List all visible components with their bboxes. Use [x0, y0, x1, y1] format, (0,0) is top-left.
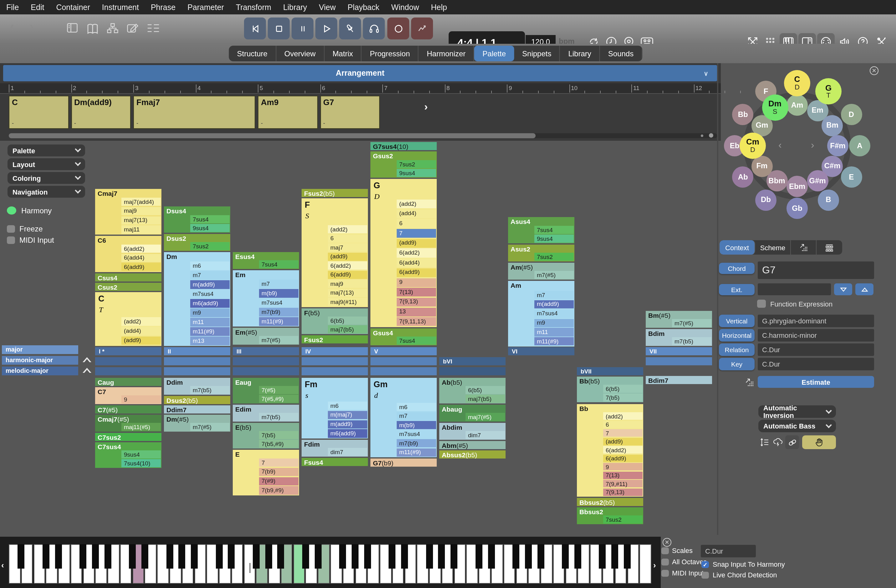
chord-variant-7(b5)[interactable]: 7(b5): [603, 393, 643, 401]
black-key-after-white-26[interactable]: [340, 544, 346, 568]
chord-variant-7(9,#11)[interactable]: 7(9,#11): [603, 480, 643, 487]
chord-variant-9sus4[interactable]: 9sus4: [397, 169, 436, 177]
chord-block-Abdim[interactable]: Abdimdim7: [439, 423, 506, 440]
white-key-51[interactable]: [640, 544, 651, 583]
ext-down-button[interactable]: [834, 283, 852, 295]
layout-dropdown[interactable]: Layout: [8, 158, 85, 170]
roman-row-bVI-2[interactable]: [439, 367, 506, 375]
chord-variant-maj7(#5)[interactable]: maj7(#5): [466, 413, 505, 420]
menu-item-file[interactable]: File: [6, 3, 19, 12]
relation-value-field[interactable]: C.Dur: [758, 343, 874, 356]
chord-variant-7[interactable]: 7: [603, 429, 643, 437]
chord-variant-m7sus4[interactable]: m7sus4: [190, 289, 230, 298]
black-key-after-white-49[interactable]: [624, 544, 631, 568]
black-key-after-white-13[interactable]: [179, 544, 186, 568]
black-key-after-white-0[interactable]: [18, 544, 25, 568]
chord-variant-m7[interactable]: m7: [259, 280, 299, 288]
chord-variant-m11(#9)[interactable]: m11(#9): [534, 337, 574, 346]
chord-variant-m6(add9)[interactable]: m6(add9): [328, 430, 367, 438]
circle-node-Ab[interactable]: Ab: [732, 166, 754, 188]
harmony-radio[interactable]: [7, 206, 16, 215]
roman-row-VII-1[interactable]: [646, 357, 712, 365]
record-button[interactable]: [387, 18, 409, 40]
ext-label-button[interactable]: Ext.: [719, 284, 754, 295]
roman-row-bVII-2[interactable]: bVII: [577, 367, 643, 375]
chord-block-Asus2[interactable]: Asus27sus2: [508, 245, 574, 262]
ext-up-button[interactable]: [855, 283, 873, 295]
circle-prev-chevron[interactable]: ‹: [779, 140, 782, 151]
horizontal-label-button[interactable]: Horizontal: [719, 329, 754, 341]
chord-variant-7(b5)[interactable]: 7(b5): [259, 431, 299, 439]
roman-row-II-0[interactable]: II: [164, 347, 230, 355]
chord-variant-(add2)[interactable]: (add2): [397, 200, 436, 208]
chord-variant-m7(b9)[interactable]: m7(b9): [259, 308, 299, 316]
roman-row-I-0[interactable]: I *: [95, 347, 162, 355]
menu-item-help[interactable]: Help: [431, 3, 447, 12]
roman-row-II-2[interactable]: [164, 367, 230, 375]
roman-row-I-2[interactable]: [95, 367, 162, 375]
chord-variant-m(b9)[interactable]: m(b9): [259, 289, 299, 297]
black-key-after-white-27[interactable]: [352, 544, 358, 568]
chord-variant-(add4)[interactable]: (add4): [121, 327, 161, 336]
keyboard-close-icon[interactable]: ✕: [663, 538, 671, 547]
chord-block-Fdim[interactable]: Fdimdim7: [302, 440, 368, 457]
tab-palette[interactable]: Palette: [474, 46, 514, 61]
chord-value-field[interactable]: G7: [758, 262, 874, 279]
chord-variant-m(b9)[interactable]: m(b9): [397, 421, 436, 429]
horizontal-value-field[interactable]: C.harmonic-minor: [758, 329, 874, 341]
tab-harmonizer[interactable]: Harmonizer: [419, 46, 474, 61]
chord-variant-m7(#5)[interactable]: m7(#5): [534, 271, 574, 279]
chord-variant-(add4)[interactable]: (add4): [397, 209, 436, 218]
table-view-icon[interactable]: [817, 240, 841, 254]
black-key-after-white-20[interactable]: [265, 544, 272, 568]
chord-variant-13[interactable]: 13: [397, 308, 436, 316]
menu-item-phrase[interactable]: Phrase: [151, 3, 175, 12]
key-label-button[interactable]: Key: [719, 358, 754, 370]
chord-variant-m(add9)[interactable]: m(add9): [328, 420, 367, 428]
chord-variant-(add2)[interactable]: (add2): [328, 225, 367, 233]
roman-row-III-2[interactable]: [233, 367, 299, 375]
black-key-after-white-6[interactable]: [92, 544, 99, 568]
black-key-after-white-2[interactable]: [43, 544, 49, 568]
chord-variant-(add9)[interactable]: (add9): [603, 437, 643, 445]
function-expression-checkbox[interactable]: [757, 300, 766, 308]
black-key-after-white-45[interactable]: [574, 544, 581, 568]
chord-variant-m11(#9)[interactable]: m11(#9): [259, 317, 299, 326]
chord-block-Dsus2[interactable]: Dsus27sus2: [164, 234, 230, 251]
chord-block-Bbsus2[interactable]: Bbsus27sus2: [577, 507, 643, 524]
chord-variant-6(b5)[interactable]: 6(b5): [603, 385, 643, 393]
chord-block-Am(#5)[interactable]: Am(#5)m7(#5): [508, 263, 574, 280]
black-key-after-white-37[interactable]: [475, 544, 482, 568]
midi-input-checkbox[interactable]: [7, 236, 15, 244]
circle-next-chevron[interactable]: ›: [811, 140, 814, 151]
roman-row-V-0[interactable]: V: [370, 347, 437, 355]
coloring-dropdown[interactable]: Coloring: [8, 172, 85, 184]
chord-block-Edim[interactable]: Edimm7(b5): [233, 405, 299, 422]
tab-matrix[interactable]: Matrix: [325, 46, 362, 61]
menu-item-instrument[interactable]: Instrument: [102, 3, 139, 12]
circle-node-Am[interactable]: Am: [786, 94, 808, 116]
palette-dropdown[interactable]: Palette: [8, 145, 85, 156]
navigation-dropdown[interactable]: Navigation: [8, 186, 85, 198]
freeze-checkbox[interactable]: [7, 225, 15, 233]
chord-block-G7(b9)[interactable]: G7(b9): [370, 459, 437, 467]
chord-variant-m6[interactable]: m6: [397, 403, 436, 411]
chord-block-G[interactable]: GD(add2)(add4)67(add9)6(add2)6(add4)6(ad…: [370, 179, 437, 327]
chord-variant-maj11(#5)[interactable]: maj11(#5): [121, 423, 161, 431]
chord-variant-m11[interactable]: m11: [534, 328, 574, 337]
history-back-button[interactable]: ‹: [10, 20, 14, 34]
chord-variant-m9[interactable]: m9: [534, 319, 574, 327]
chord-block-G7sus4(10)[interactable]: G7sus4(10): [370, 142, 437, 150]
chord-variant-7(9,13)[interactable]: 7(9,13): [397, 298, 436, 306]
chord-variant-m7sus4[interactable]: m7sus4: [534, 309, 574, 318]
black-key-after-white-3[interactable]: [55, 544, 62, 568]
chord-variant-m7sus4[interactable]: m7sus4: [259, 299, 299, 307]
scale-item-harmonic-major[interactable]: harmonic-major: [2, 356, 78, 365]
chord-variant-9[interactable]: 9: [603, 463, 643, 471]
chord-variant-7sus4[interactable]: 7sus4: [259, 260, 299, 268]
automation-curve-button[interactable]: [411, 18, 433, 40]
chord-variant-9[interactable]: 9: [121, 395, 161, 403]
chord-variant-m7(b9)[interactable]: m7(b9): [397, 439, 436, 447]
chord-variant-6(b5)[interactable]: 6(b5): [328, 317, 367, 324]
edit-pencil-icon[interactable]: [126, 22, 140, 37]
